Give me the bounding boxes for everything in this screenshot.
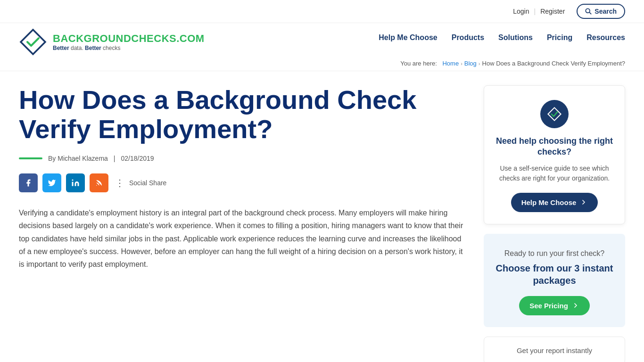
help-me-choose-label: Help Me Choose bbox=[521, 198, 577, 206]
svg-line-1 bbox=[589, 12, 591, 14]
twitter-icon bbox=[48, 179, 56, 187]
nav-pricing[interactable]: Pricing bbox=[547, 33, 572, 50]
logo-text: BACKGROUNDCHECKS.COM Better data. Better… bbox=[53, 33, 205, 51]
arrow-right-icon bbox=[580, 198, 587, 206]
svg-point-4 bbox=[96, 185, 97, 186]
sidebar-card3-text: Get your report instantly bbox=[494, 346, 615, 354]
social-share-label: Social Share bbox=[129, 179, 166, 187]
main-content: How Does a Background Check Verify Emplo… bbox=[0, 71, 644, 362]
svg-point-3 bbox=[72, 180, 74, 181]
arrow-right-icon-2 bbox=[572, 302, 579, 309]
see-pricing-label: See Pricing bbox=[529, 302, 568, 310]
nav-help-me-choose[interactable]: Help Me Choose bbox=[379, 33, 437, 50]
article-title: How Does a Background Check Verify Emplo… bbox=[19, 85, 465, 143]
linkedin-button[interactable] bbox=[66, 173, 85, 192]
top-bar: Login | Register Search bbox=[0, 0, 644, 23]
social-share: ⋮ Social Share bbox=[19, 173, 465, 192]
logo-name-part1: BACKGROUND bbox=[53, 33, 131, 44]
see-pricing-button[interactable]: See Pricing bbox=[519, 296, 590, 315]
logo-icon bbox=[19, 28, 47, 56]
article-meta-separator: | bbox=[114, 155, 116, 162]
sidebar-logo-icon bbox=[540, 100, 569, 128]
main-nav: Help Me Choose Products Solutions Pricin… bbox=[379, 33, 625, 50]
facebook-icon bbox=[24, 179, 33, 187]
article-author: By Michael Klazema bbox=[48, 155, 108, 162]
header: BACKGROUNDCHECKS.COM Better data. Better… bbox=[0, 23, 644, 56]
sidebar-card-pricing: Ready to run your first check? Choose fr… bbox=[484, 234, 625, 327]
top-bar-links: Login | Register Search bbox=[513, 4, 625, 19]
sidebar-card1-heading: Need help choosing the right checks? bbox=[494, 136, 615, 158]
tagline-text1: data. bbox=[69, 45, 85, 51]
article-body: Verifying a candidate's employment histo… bbox=[19, 206, 465, 271]
svg-marker-2 bbox=[21, 30, 45, 54]
logo-name: BACKGROUNDCHECKS.COM bbox=[53, 33, 205, 45]
sidebar: Need help choosing the right checks? Use… bbox=[484, 85, 625, 362]
logo-tagline: Better data. Better checks bbox=[53, 45, 205, 51]
tagline-text2: checks bbox=[101, 45, 121, 51]
sidebar-card2-heading: Choose from our 3 instant packages bbox=[493, 262, 616, 287]
breadcrumb-prefix: You are here: bbox=[400, 60, 437, 67]
breadcrumb-blog[interactable]: Blog bbox=[464, 60, 477, 67]
sidebar-card1-description: Use a self-service guide to see which ch… bbox=[494, 164, 615, 183]
register-link[interactable]: Register bbox=[540, 8, 565, 15]
breadcrumb-chevron-2: › bbox=[479, 61, 480, 66]
twitter-button[interactable] bbox=[42, 173, 61, 192]
social-more-icon[interactable]: ⋮ bbox=[115, 177, 124, 189]
sidebar-card-report: Get your report instantly bbox=[484, 337, 625, 362]
article-date: 02/18/2019 bbox=[121, 155, 154, 162]
linkedin-icon bbox=[71, 179, 80, 187]
sidebar-card-help: Need help choosing the right checks? Use… bbox=[484, 85, 625, 224]
sidebar-card2-intro: Ready to run your first check? bbox=[493, 248, 616, 259]
breadcrumb-home[interactable]: Home bbox=[442, 60, 459, 67]
separator: | bbox=[534, 8, 536, 15]
search-icon bbox=[585, 8, 592, 15]
tagline-bold1: Better bbox=[53, 45, 69, 51]
logo-name-part2: CHECKS.COM bbox=[131, 33, 204, 44]
article-paragraph: Verifying a candidate's employment histo… bbox=[19, 206, 465, 271]
rss-button[interactable] bbox=[90, 173, 108, 192]
search-button[interactable]: Search bbox=[577, 4, 625, 19]
diamond-check-icon bbox=[547, 107, 562, 122]
article-area: How Does a Background Check Verify Emplo… bbox=[19, 85, 465, 362]
nav-products[interactable]: Products bbox=[452, 33, 484, 50]
breadcrumb: You are here: Home › Blog › How Does a B… bbox=[0, 56, 644, 71]
tagline-bold2: Better bbox=[85, 45, 101, 51]
article-meta: By Michael Klazema | 02/18/2019 bbox=[19, 155, 465, 162]
logo[interactable]: BACKGROUNDCHECKS.COM Better data. Better… bbox=[19, 28, 205, 56]
rss-icon bbox=[95, 179, 103, 187]
facebook-button[interactable] bbox=[19, 173, 38, 192]
help-me-choose-button[interactable]: Help Me Choose bbox=[511, 193, 598, 212]
svg-marker-5 bbox=[548, 107, 561, 120]
nav-resources[interactable]: Resources bbox=[586, 33, 625, 50]
login-link[interactable]: Login bbox=[513, 8, 529, 15]
breadcrumb-chevron-1: › bbox=[461, 61, 462, 66]
breadcrumb-current: How Does a Background Check Verify Emplo… bbox=[482, 60, 625, 67]
search-label: Search bbox=[594, 8, 617, 15]
meta-line bbox=[19, 157, 42, 159]
nav-solutions[interactable]: Solutions bbox=[498, 33, 533, 50]
